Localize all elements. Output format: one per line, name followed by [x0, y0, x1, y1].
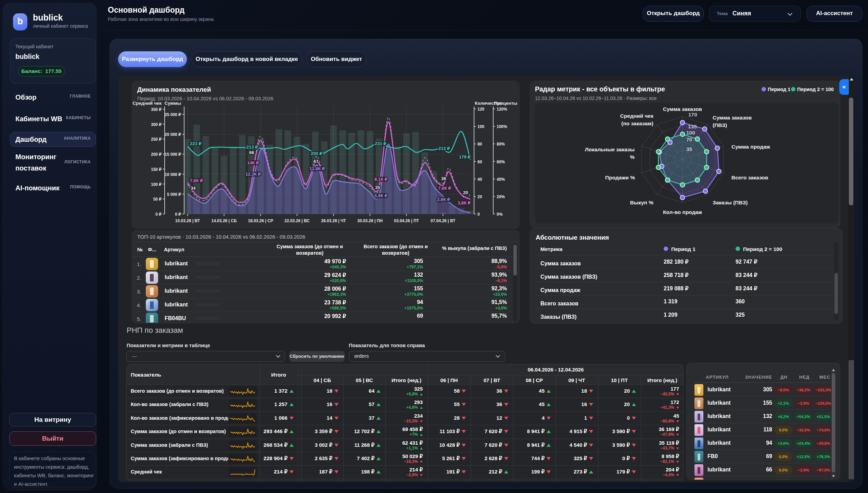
svg-text:22.03.26 | ВС: 22.03.26 | ВС — [284, 218, 310, 223]
svg-text:213 ₽: 213 ₽ — [246, 144, 258, 150]
svg-text:250 ₽: 250 ₽ — [151, 137, 162, 142]
svg-text:Кол-во продаж: Кол-во продаж — [663, 209, 702, 215]
svg-text:35: 35 — [375, 185, 380, 190]
svg-text:231 ₽: 231 ₽ — [375, 141, 386, 146]
svg-text:100 ₽: 100 ₽ — [151, 182, 162, 187]
svg-text:Сумма продаж: Сумма продаж — [731, 144, 770, 150]
svg-text:12,3К ₽: 12,3К ₽ — [245, 172, 261, 177]
svg-text:5,9К ₽: 5,9К ₽ — [374, 193, 388, 198]
svg-text:Средний чек: Средний чек — [132, 101, 162, 106]
svg-text:179 ₽: 179 ₽ — [459, 154, 471, 160]
svg-text:Проценты: Проценты — [494, 101, 517, 106]
svg-text:60: 60 — [477, 160, 482, 164]
svg-text:120: 120 — [477, 107, 484, 112]
svg-text:3,6К ₽: 3,6К ₽ — [458, 200, 471, 205]
svg-text:0: 0 — [477, 212, 480, 217]
svg-text:10 000 ₽: 10 000 ₽ — [165, 172, 181, 177]
svg-text:35: 35 — [686, 146, 692, 152]
svg-text:Сумма заказов(ПВЗ): Сумма заказов(ПВЗ) — [713, 115, 752, 128]
svg-text:8,1К ₽: 8,1К ₽ — [374, 177, 388, 182]
svg-text:7,6К ₽: 7,6К ₽ — [438, 186, 451, 191]
svg-text:25 000 ₽: 25 000 ₽ — [165, 112, 181, 117]
svg-text:200 ₽: 200 ₽ — [311, 151, 322, 156]
svg-text:66: 66 — [249, 150, 254, 155]
svg-text:100: 100 — [477, 124, 484, 129]
svg-text:70: 70 — [686, 137, 692, 142]
svg-text:14К ₽: 14К ₽ — [247, 160, 259, 165]
svg-text:135: 135 — [688, 124, 697, 129]
svg-text:14.03.26 | СБ: 14.03.26 | СБ — [212, 218, 237, 223]
svg-text:2,6К ₽: 2,6К ₽ — [437, 197, 450, 202]
svg-text:Средний чек(по заказам): Средний чек(по заказам) — [620, 113, 653, 126]
svg-text:07.04.26 | ВТ: 07.04.26 | ВТ — [431, 218, 456, 223]
svg-text:Суммы: Суммы — [164, 101, 181, 106]
svg-text:350 ₽: 350 ₽ — [151, 107, 162, 112]
svg-text:30.03.26 | ПН: 30.03.26 | ПН — [357, 218, 383, 223]
svg-text:10.03.26 | ВТ: 10.03.26 | ВТ — [175, 218, 200, 223]
svg-text:100%: 100% — [497, 124, 507, 129]
svg-text:0 ₽: 0 ₽ — [155, 212, 162, 217]
svg-text:Выкуп %: Выкуп % — [630, 200, 653, 205]
svg-text:20: 20 — [477, 194, 482, 199]
svg-text:15 000 ₽: 15 000 ₽ — [165, 152, 181, 157]
svg-text:212 ₽: 212 ₽ — [438, 146, 450, 151]
svg-text:80: 80 — [477, 142, 482, 147]
svg-text:0 ₽: 0 ₽ — [175, 212, 181, 217]
svg-text:Продажи %: Продажи % — [605, 175, 635, 180]
svg-text:80%: 80% — [497, 142, 505, 147]
svg-text:150 ₽: 150 ₽ — [151, 167, 162, 172]
svg-text:Локальные заказы%: Локальные заказы% — [585, 147, 635, 160]
svg-text:67: 67 — [314, 159, 318, 164]
svg-text:20 000 ₽: 20 000 ₽ — [165, 132, 181, 137]
svg-text:Сумма заказов: Сумма заказов — [663, 106, 702, 112]
svg-text:300 ₽: 300 ₽ — [151, 122, 162, 127]
svg-text:40: 40 — [477, 177, 482, 182]
svg-text:60%: 60% — [497, 160, 505, 164]
svg-text:120%: 120% — [497, 107, 507, 112]
svg-text:36: 36 — [441, 176, 446, 181]
svg-text:26.03.26 | ЧТ: 26.03.26 | ЧТ — [321, 218, 346, 223]
svg-text:20: 20 — [463, 190, 468, 195]
svg-text:0%: 0% — [497, 212, 503, 217]
svg-text:200 ₽: 200 ₽ — [151, 152, 162, 157]
svg-text:50 ₽: 50 ₽ — [153, 197, 162, 202]
svg-text:34: 34 — [191, 186, 196, 191]
svg-text:100: 100 — [686, 130, 695, 136]
svg-text:12,8К ₽: 12,8К ₽ — [309, 166, 325, 171]
svg-text:223 ₽: 223 ₽ — [190, 141, 202, 146]
svg-text:20%: 20% — [497, 194, 505, 199]
svg-text:18.03.26 | СР: 18.03.26 | СР — [248, 218, 273, 223]
svg-text:Заказы (ПВЗ): Заказы (ПВЗ) — [713, 200, 748, 205]
svg-text:7,6К ₽: 7,6К ₽ — [190, 178, 203, 183]
svg-text:170: 170 — [688, 112, 697, 117]
svg-text:40%: 40% — [497, 177, 505, 182]
svg-text:03.04.26 | ПТ: 03.04.26 | ПТ — [394, 218, 419, 223]
svg-text:Всего заказов: Всего заказов — [731, 175, 768, 180]
svg-text:5 000 ₽: 5 000 ₽ — [167, 192, 181, 197]
